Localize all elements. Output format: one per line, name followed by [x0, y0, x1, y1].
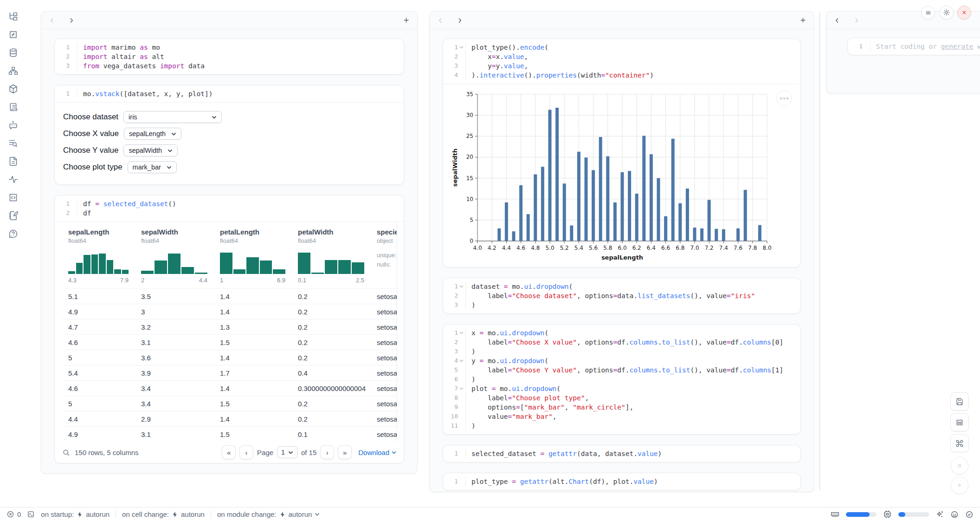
- page-label: Page: [257, 449, 273, 456]
- table-cell: 3.4: [135, 400, 214, 408]
- code-editor-vstack[interactable]: 1mo.vstack([dataset, x, y, plot]): [55, 85, 404, 102]
- last-page-button[interactable]: »: [338, 445, 352, 459]
- runtime-on-module-change[interactable]: on module change: autorun: [217, 510, 320, 518]
- table-row[interactable]: 4.63.11.50.2setosa: [62, 334, 397, 350]
- ai-chat-icon[interactable]: [7, 119, 19, 131]
- column-header[interactable]: sepalLengthfloat644.37.9: [62, 222, 135, 288]
- table-row[interactable]: 4.73.21.30.2setosa: [62, 319, 397, 334]
- bar-chart[interactable]: 4.04.24.44.64.85.05.25.45.65.86.06.26.46…: [451, 90, 775, 262]
- search-icon[interactable]: [62, 449, 70, 456]
- svg-text:4.2: 4.2: [488, 245, 496, 251]
- scratchpad-icon[interactable]: [7, 209, 19, 221]
- svg-text:5.4: 5.4: [574, 245, 583, 251]
- run-icon[interactable]: [951, 476, 968, 494]
- download-button[interactable]: Download: [358, 449, 396, 456]
- table-cell: setosa: [371, 339, 397, 346]
- next-page-button[interactable]: ›: [320, 445, 334, 459]
- scripts-icon[interactable]: [7, 101, 19, 113]
- cell-actions-button[interactable]: [776, 91, 792, 106]
- chevron-right-icon[interactable]: [68, 17, 75, 24]
- snippets-icon[interactable]: [7, 191, 19, 203]
- table-cell: 4.7: [62, 323, 135, 331]
- table-row[interactable]: 4.931.40.2setosa: [62, 304, 397, 319]
- dropdown-select[interactable]: sepalWidth: [123, 144, 178, 156]
- table-cell: 5: [62, 354, 135, 362]
- svg-text:5: 5: [470, 217, 473, 223]
- cell-dataframe: 1df = selected_dataset()2df sepalLengthf…: [54, 195, 404, 463]
- code-editor-imports[interactable]: 1import marimo as mo2import altair as al…: [55, 39, 404, 74]
- ai-sparkles-icon[interactable]: [935, 510, 944, 519]
- code-editor-df[interactable]: 1df = selected_dataset()2df: [55, 195, 404, 221]
- cpu-icon: [883, 510, 892, 519]
- menu-icon[interactable]: [921, 6, 935, 20]
- svg-text:20: 20: [466, 154, 473, 160]
- first-page-button[interactable]: «: [222, 445, 236, 459]
- connected-check-icon[interactable]: [965, 510, 974, 519]
- form-row: Choose Y valuesepalWidth: [63, 144, 395, 156]
- column-header[interactable]: petalWidthfloat640.12.5: [292, 222, 371, 288]
- svg-text:7.2: 7.2: [705, 245, 714, 251]
- stop-icon[interactable]: [951, 457, 968, 475]
- form-label: Choose Y value: [63, 146, 118, 155]
- copilot-icon[interactable]: [950, 510, 959, 519]
- tracing-icon[interactable]: [7, 173, 19, 185]
- command-icon[interactable]: [950, 434, 969, 452]
- file-explorer-icon[interactable]: [7, 10, 19, 22]
- add-cell-button[interactable]: [403, 17, 410, 24]
- chevron-left-icon[interactable]: [834, 17, 840, 24]
- table-row[interactable]: 53.41.50.2setosa: [62, 396, 397, 411]
- errors-indicator[interactable]: 0: [6, 510, 21, 518]
- column-resize-handle[interactable]: [819, 12, 820, 490]
- runtime-on-cell-change[interactable]: on cell change: autorun: [122, 510, 205, 518]
- terminal-icon[interactable]: [27, 510, 35, 518]
- table-cell: 0.2: [292, 400, 371, 408]
- table-row[interactable]: 4.63.41.40.3000000000000004setosa: [62, 380, 397, 396]
- documentation-icon[interactable]: [7, 155, 19, 167]
- form-label: Choose dataset: [63, 112, 118, 122]
- table-cell: 1.4: [214, 354, 292, 362]
- code-editor-empty[interactable]: 1 Start coding or generate with: [848, 38, 980, 55]
- table-cell: 4.6: [62, 339, 135, 346]
- gear-icon[interactable]: [940, 6, 954, 20]
- svg-text:5.0: 5.0: [545, 245, 554, 251]
- code-editor-selected[interactable]: 1selected_dataset = getattr(data, datase…: [443, 445, 800, 462]
- help-icon[interactable]: [7, 228, 19, 240]
- table-cell: 1.4: [214, 308, 292, 316]
- functions-icon[interactable]: [7, 28, 19, 40]
- table-row[interactable]: 5.13.51.40.2setosa: [62, 288, 397, 304]
- table-row[interactable]: 5.43.91.70.4setosa: [62, 365, 397, 380]
- datasources-icon[interactable]: [7, 46, 19, 59]
- close-icon[interactable]: [957, 6, 971, 20]
- packages-icon[interactable]: [7, 83, 19, 95]
- page-select[interactable]: 1: [277, 446, 297, 458]
- code-editor-plot[interactable]: 1plot_type().encode(2 x=x.value,3 y=y.va…: [443, 39, 800, 84]
- layout-icon[interactable]: [950, 413, 969, 431]
- runtime-on-startup[interactable]: on startup: autorun: [41, 510, 110, 518]
- generate-ai-link[interactable]: generate: [941, 43, 974, 50]
- save-icon[interactable]: [950, 392, 969, 410]
- svg-text:6.8: 6.8: [676, 245, 684, 251]
- dropdown-select[interactable]: sepalLength: [124, 128, 181, 140]
- add-cell-button[interactable]: [799, 17, 806, 24]
- dependency-graph-icon[interactable]: [7, 65, 19, 77]
- chevron-right-icon[interactable]: [457, 17, 463, 24]
- code-editor-xy[interactable]: 1x = mo.ui.dropdown(2 label="Choose X va…: [443, 325, 800, 434]
- column-header[interactable]: petalLengthfloat6416.9: [214, 222, 292, 288]
- table-row[interactable]: 4.93.11.50.1setosa: [62, 426, 397, 442]
- chevron-left-icon[interactable]: [49, 17, 55, 24]
- table-row[interactable]: 53.61.40.2setosa: [62, 350, 397, 365]
- dropdown-select[interactable]: iris: [123, 111, 222, 123]
- svg-text:15: 15: [466, 175, 473, 182]
- table-footer: 150 rows, 5 columns « ‹ Page 1 of 15 › »: [55, 442, 404, 463]
- prev-page-button[interactable]: ‹: [239, 445, 253, 459]
- code-editor-dataset[interactable]: 1dataset = mo.ui.dropdown(2 label="Choos…: [443, 278, 800, 313]
- dropdown-select[interactable]: mark_bar: [128, 161, 177, 173]
- logs-icon[interactable]: [7, 137, 19, 149]
- chevron-left-icon[interactable]: [437, 17, 444, 24]
- column-header[interactable]: speciesobjectunique:nulls:: [371, 222, 397, 288]
- code-editor-plottype[interactable]: 1plot_type = getattr(alt.Chart(df), plot…: [443, 473, 800, 490]
- table-row[interactable]: 4.42.91.40.2setosa: [62, 411, 397, 426]
- column-header[interactable]: sepalWidthfloat6424.4: [135, 222, 214, 288]
- chevron-right-icon[interactable]: [853, 17, 860, 24]
- form-label: Choose plot type: [63, 163, 122, 172]
